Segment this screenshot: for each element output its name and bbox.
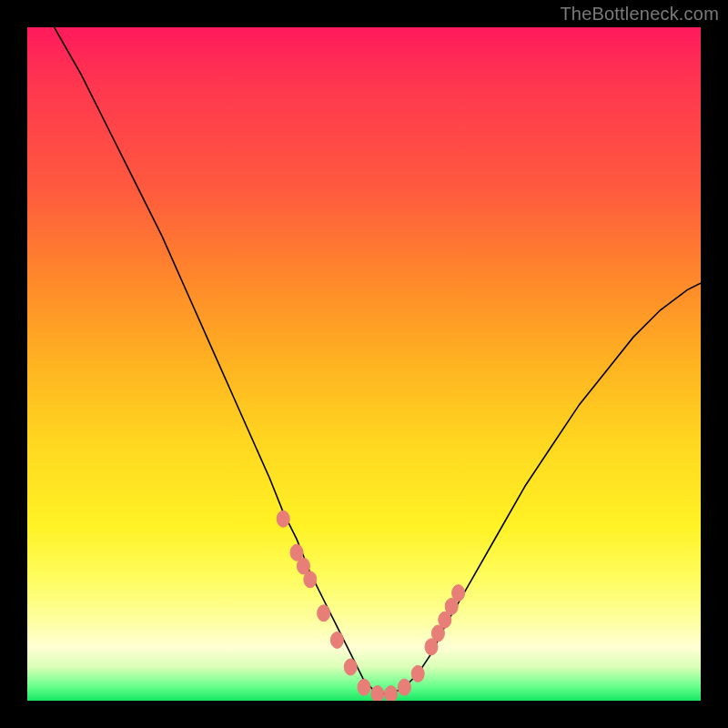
plot-area <box>27 27 701 701</box>
highlight-point <box>277 511 289 527</box>
highlight-point <box>371 686 384 701</box>
highlight-point <box>330 632 343 648</box>
highlight-point <box>344 659 357 675</box>
highlight-point <box>358 679 370 695</box>
watermark-text: TheBottleneck.com <box>560 4 719 25</box>
curve-svg <box>27 27 701 701</box>
chart-frame: TheBottleneck.com <box>0 0 728 728</box>
highlight-point <box>452 585 465 602</box>
highlight-point <box>385 686 398 701</box>
highlight-point <box>318 605 330 622</box>
highlight-point <box>398 679 410 695</box>
highlight-points-group <box>277 511 464 701</box>
bottleneck-curve <box>55 27 701 694</box>
highlight-point <box>304 571 317 588</box>
highlight-point <box>411 665 424 682</box>
